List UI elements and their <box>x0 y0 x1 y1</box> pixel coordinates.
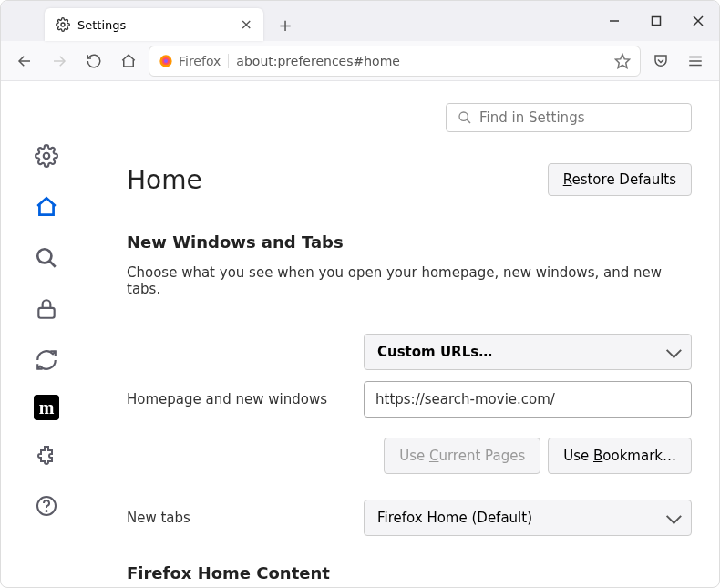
use-current-pages-button[interactable]: Use Current Pages <box>384 438 540 474</box>
tab-settings[interactable]: Settings × <box>45 8 263 41</box>
chevron-down-icon <box>666 343 682 358</box>
url-bar[interactable]: Firefox about:preferences#home <box>149 46 641 77</box>
svg-point-14 <box>44 153 50 160</box>
new-tab-button[interactable]: + <box>271 10 300 39</box>
newtabs-select[interactable]: Firefox Home (Default) <box>364 500 692 536</box>
svg-rect-17 <box>38 308 54 318</box>
sidebar-item-general[interactable] <box>30 139 63 172</box>
newtabs-value: Firefox Home (Default) <box>377 510 532 526</box>
newtabs-label: New tabs <box>127 510 345 526</box>
firefox-icon <box>159 54 173 68</box>
tab-title: Settings <box>77 18 126 32</box>
search-icon <box>458 110 472 125</box>
page-title: Home <box>127 165 202 195</box>
gear-icon <box>56 17 70 32</box>
section-new-windows-title: New Windows and Tabs <box>127 232 692 252</box>
sidebar-item-sync[interactable] <box>30 344 63 377</box>
svg-rect-2 <box>653 17 661 26</box>
section-home-content-title: Firefox Home Content <box>127 563 692 583</box>
homepage-mode-value: Custom URLs… <box>377 344 492 360</box>
svg-point-20 <box>459 112 468 120</box>
sidebar-item-privacy[interactable] <box>30 293 63 325</box>
homepage-mode-select[interactable]: Custom URLs… <box>364 334 692 370</box>
restore-defaults-button[interactable]: Restore Defaults <box>548 163 692 196</box>
chevron-down-icon <box>666 509 682 524</box>
svg-marker-10 <box>616 54 630 67</box>
sidebar-item-extensions[interactable] <box>30 438 63 471</box>
pocket-icon[interactable] <box>646 46 675 76</box>
svg-point-9 <box>164 59 168 63</box>
search-settings-input[interactable]: Find in Settings <box>446 103 692 132</box>
sidebar-item-home[interactable] <box>30 191 63 223</box>
close-tab-icon[interactable]: × <box>241 17 252 32</box>
section-new-windows-desc: Choose what you see when you open your h… <box>127 264 692 297</box>
svg-line-21 <box>467 119 470 123</box>
svg-point-15 <box>37 249 51 263</box>
forward-button[interactable] <box>45 46 74 76</box>
home-button[interactable] <box>114 46 143 76</box>
svg-point-0 <box>61 23 65 26</box>
sidebar-item-search[interactable] <box>30 242 63 274</box>
menu-icon[interactable] <box>681 46 710 76</box>
back-button[interactable] <box>10 46 39 76</box>
url-text: about:preferences#home <box>236 54 607 68</box>
search-placeholder: Find in Settings <box>479 109 584 126</box>
reload-button[interactable] <box>79 46 108 76</box>
use-bookmark-button[interactable]: Use Bookmark… <box>548 438 692 474</box>
window-close[interactable] <box>677 1 719 41</box>
sidebar-item-help[interactable] <box>30 490 63 522</box>
homepage-url-input[interactable] <box>364 381 692 418</box>
window-minimize[interactable] <box>593 1 635 41</box>
svg-line-16 <box>49 261 56 267</box>
svg-point-19 <box>46 511 47 511</box>
sidebar-item-mozilla[interactable]: m <box>34 395 59 420</box>
bookmark-star-icon[interactable] <box>614 53 631 69</box>
window-maximize[interactable] <box>635 1 677 41</box>
identity-label: Firefox <box>179 54 221 68</box>
homepage-label: Homepage and new windows <box>127 391 345 407</box>
